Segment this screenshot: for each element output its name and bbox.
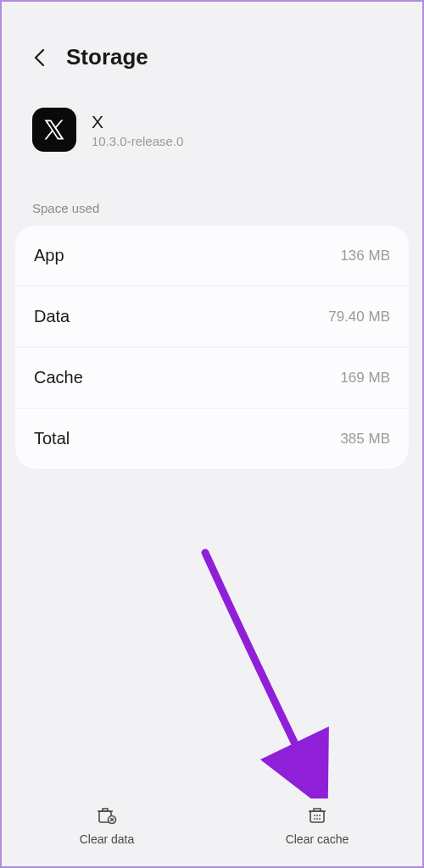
clear-data-icon <box>96 804 118 826</box>
clear-cache-label: Clear cache <box>286 832 349 846</box>
back-button[interactable] <box>29 47 49 68</box>
app-info: X 10.3.0-release.0 <box>2 87 422 177</box>
clear-cache-icon <box>306 804 328 826</box>
x-logo-icon <box>42 117 67 142</box>
clear-data-button[interactable]: Clear data <box>2 804 212 846</box>
app-icon <box>32 108 76 152</box>
page-title: Storage <box>66 44 148 70</box>
svg-rect-2 <box>310 811 324 822</box>
row-label: Data <box>34 307 70 326</box>
bottom-bar: Clear data Clear cache <box>2 788 422 866</box>
row-value: 169 MB <box>340 370 390 387</box>
clear-data-label: Clear data <box>80 832 135 846</box>
row-label: App <box>34 246 64 265</box>
annotation-arrow <box>197 544 341 798</box>
row-label: Total <box>34 429 70 448</box>
section-label: Space used <box>2 177 422 225</box>
app-version: 10.3.0-release.0 <box>92 134 183 148</box>
row-cache: Cache 169 MB <box>15 348 409 409</box>
row-total: Total 385 MB <box>15 409 409 469</box>
row-label: Cache <box>34 368 83 387</box>
row-value: 385 MB <box>340 431 390 448</box>
row-data: Data 79.40 MB <box>15 287 409 348</box>
row-value: 136 MB <box>340 248 390 264</box>
row-app: App 136 MB <box>15 225 409 287</box>
app-details: X 10.3.0-release.0 <box>92 112 183 148</box>
back-icon <box>33 48 45 67</box>
space-used-card: App 136 MB Data 79.40 MB Cache 169 MB To… <box>15 225 409 469</box>
clear-cache-button[interactable]: Clear cache <box>212 804 422 846</box>
row-value: 79.40 MB <box>328 309 390 326</box>
app-name: X <box>92 112 183 132</box>
header: Storage <box>2 2 422 87</box>
